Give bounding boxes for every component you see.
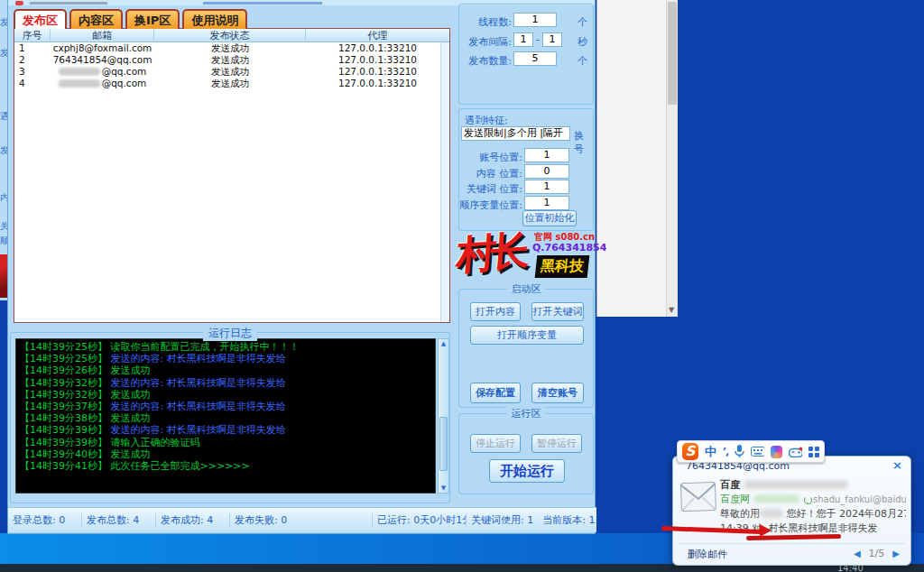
table-scrollbar[interactable]	[440, 42, 449, 322]
app-icon	[15, 1, 23, 5]
tab[interactable]: 发布区	[14, 9, 67, 29]
toolbox-grid-icon[interactable]	[808, 447, 819, 457]
clear-accounts-button[interactable]: 清空账号	[531, 383, 584, 403]
log-line: 【14时39分25秒】 发送的内容: 村长黑科技啊是非得失发给	[20, 353, 431, 364]
save-config-button[interactable]: 保存配置	[470, 383, 521, 403]
scroll-down-icon[interactable]: ▼	[439, 484, 448, 493]
pager-count: 1/5	[869, 548, 885, 559]
blurred-subject	[744, 480, 848, 489]
log-line: 【14时39分40秒】 发送成功	[20, 448, 431, 460]
mail-body-rest: 您好！您于 2024年08月27日	[787, 508, 907, 520]
brand-qq-number: Q.764341854	[532, 242, 606, 254]
feature-input[interactable]: 发送限制|多个用 |隔开	[461, 126, 570, 141]
log-line: 【14时39分38秒】 发送成功	[20, 412, 431, 424]
launch-group-title: 启动区	[507, 282, 546, 296]
start-run-button[interactable]: 开始运行	[489, 459, 565, 483]
envelope-icon	[679, 481, 716, 515]
mail-notification-popup: 764341854@qq.com × 百度 百度网 shadu_fankui@b…	[672, 456, 911, 566]
pager-next-icon[interactable]: ▶	[892, 549, 900, 558]
log-line: 【14时39分39秒】 请输入正确的验证码	[20, 437, 431, 448]
tab-bar: 发布区内容区换IP区使用说明	[14, 9, 247, 29]
interval-unit: 秒	[578, 35, 587, 49]
pager-prev-icon[interactable]: ◀	[854, 549, 861, 558]
interval-max-input[interactable]: 1	[542, 32, 562, 47]
header-seq: 序号	[14, 29, 51, 42]
blurred-sender	[753, 494, 800, 503]
position-input[interactable]: 1	[524, 148, 569, 162]
tab[interactable]: 换IP区	[125, 9, 180, 29]
amount-label: 发布数量:	[461, 54, 512, 68]
position-input[interactable]: 1	[524, 180, 569, 194]
verified-icon	[804, 496, 812, 504]
launch-groupbox: 启动区 打开内容 打开关键词 打开顺序变量 保存配置 清空账号	[458, 289, 594, 408]
feature-settings-panel: 遇到特征: 发送限制|多个用 |隔开 换号 账号位置: 1 内容 位置: 0	[458, 108, 594, 231]
punctuation-icon[interactable]: ’,	[723, 446, 728, 457]
tab[interactable]: 使用说明	[182, 9, 247, 29]
header-proxy: 代理	[306, 29, 449, 42]
keyboard-icon[interactable]	[751, 447, 764, 457]
amount-unit: 个	[578, 54, 587, 68]
brand-name-suffix: 黑科技	[535, 255, 590, 278]
mail-body-prefix: 尊敬的用	[720, 508, 760, 520]
run-log-console[interactable]: 【14时39分25秒】 读取你当前配置已完成，开始执行中！！！ 【14时39分2…	[15, 338, 436, 494]
mail-subject-prefix: 百度	[720, 479, 740, 491]
header-status: 发布状态	[154, 29, 306, 42]
open-keyword-button[interactable]: 打开关键词	[531, 302, 584, 321]
settings-column: 线程数: 1 个 发布间隔: 1 - 1 秒 发布数量: 5 个 遇到特征: 发…	[457, 0, 596, 534]
close-icon[interactable]: ×	[892, 458, 902, 472]
scrollbar-thumb[interactable]	[439, 417, 448, 471]
table-row[interactable]: 4 @qq.com 发送成功 127.0.0.1:33210	[14, 78, 449, 89]
title-text-fragment	[30, 2, 107, 5]
chinese-mode-icon[interactable]: 中	[705, 444, 716, 460]
stop-run-button[interactable]: 停止运行	[470, 434, 521, 453]
open-content-button[interactable]: 打开内容	[470, 302, 521, 321]
status-segment: 登录总数: 0	[8, 513, 82, 527]
interval-dash: -	[536, 33, 540, 45]
sender-address-link[interactable]: shadu_fankui@baidu.c...	[813, 494, 906, 504]
main-app-window: 发布区内容区换IP区使用说明 序号 邮箱 发布状态 代理 1 cxphj8@fo…	[7, 0, 596, 534]
skin-palette-icon[interactable]	[771, 446, 782, 458]
status-bar: 登录总数: 0发布总数: 4发布成功: 4发布失败: 0已运行: 0天0小时1分…	[8, 507, 596, 532]
background-window-scrollbar[interactable]: ▼	[666, 0, 678, 317]
sogou-logo-icon[interactable]: S	[682, 443, 698, 460]
background-white-window: ▼	[596, 0, 678, 317]
log-scrollbar[interactable]: ▲ ▼	[438, 338, 449, 494]
blurred-name	[760, 509, 783, 518]
table-row[interactable]: 2 764341854@qq.com 发送成功 127.0.0.1:33210	[14, 54, 449, 66]
log-line: 【14时39分39秒】 发送的内容: 村长黑科技啊是非得失发给	[20, 424, 431, 436]
log-line: 【14时39分25秒】 读取你当前配置已完成，开始执行中！！！	[20, 341, 431, 353]
game-controller-icon[interactable]	[789, 447, 802, 457]
popup-body: 百度 百度网 shadu_fankui@baidu.c... 尊敬的用 您好！您…	[720, 478, 906, 536]
title-date-fragment	[203, 2, 322, 5]
interval-label: 发布间隔:	[461, 35, 512, 49]
open-sequence-button[interactable]: 打开顺序变量	[470, 326, 584, 345]
position-input[interactable]: 0	[524, 164, 569, 179]
status-segment: 发布总数: 4	[82, 513, 156, 527]
sender-name: 百度网	[720, 494, 750, 505]
thread-count-label: 线程数:	[461, 15, 512, 29]
scroll-down-icon[interactable]: ▼	[669, 307, 674, 314]
brand-logo: 村长 官网 s080.cn Q.764341854 黑科技	[458, 231, 594, 281]
position-input[interactable]: 1	[524, 196, 569, 210]
microphone-icon[interactable]	[735, 445, 744, 458]
ime-toolbar: S 中 ’,	[677, 440, 825, 463]
interval-min-input[interactable]: 1	[513, 32, 533, 47]
scroll-up-icon[interactable]: ▲	[439, 339, 448, 348]
table-header-row: 序号 邮箱 发布状态 代理	[14, 29, 449, 42]
status-segment: 关键词使用: 1	[467, 513, 538, 527]
delete-mail-link[interactable]: 删除邮件	[688, 548, 727, 561]
feature-label: 遇到特征:	[465, 114, 508, 127]
amount-input[interactable]: 5	[513, 51, 557, 66]
send-settings-panel: 线程数: 1 个 发布间隔: 1 - 1 秒 发布数量: 5 个	[458, 4, 594, 105]
run-log-title: 运行日志	[203, 326, 257, 341]
table-row[interactable]: 1 cxphj8@foxmail.com 发送成功 127.0.0.1:3321…	[14, 42, 449, 54]
pause-run-button[interactable]: 暂停运行	[531, 434, 582, 453]
log-line: 【14时39分26秒】 发送成功	[20, 364, 431, 376]
thread-count-input[interactable]: 1	[513, 13, 557, 27]
publish-area-panel: 序号 邮箱 发布状态 代理 1 cxphj8@foxmail.com 发送成功 …	[14, 28, 450, 323]
tab[interactable]: 内容区	[69, 9, 123, 29]
status-segment: 已运行: 0天0小时1分58秒	[373, 513, 467, 527]
scrollbar-thumb[interactable]	[668, 2, 677, 105]
table-row[interactable]: 3 @qq.com 发送成功 127.0.0.1:33210	[14, 66, 449, 78]
position-init-button[interactable]: 位置初始化	[522, 210, 577, 226]
